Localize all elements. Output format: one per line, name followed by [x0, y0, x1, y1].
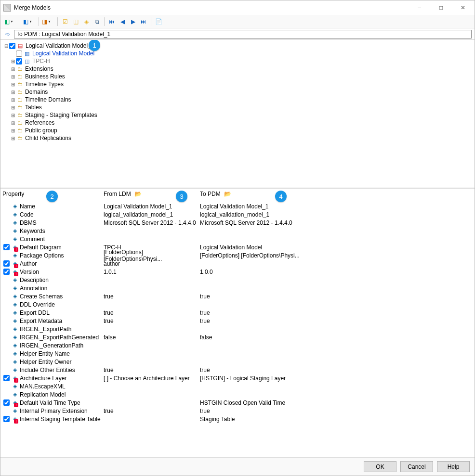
property-row[interactable]: ◈Create Schemastruetrue	[0, 292, 475, 300]
cancel-button[interactable]: Cancel	[400, 461, 433, 472]
tree-checkbox[interactable]	[16, 51, 22, 57]
tree-checkbox[interactable]	[16, 58, 22, 64]
expander-icon[interactable]: ⊞	[10, 90, 16, 95]
property-to-value: logical_validation_model_1	[198, 211, 343, 218]
toolbar-button-doc[interactable]: 📄	[154, 17, 163, 26]
expander-icon[interactable]: ⊞	[10, 59, 16, 64]
property-row[interactable]: ◈IRGEN._ExportPathGeneratedfalsefalse	[0, 333, 475, 341]
property-from-value: true	[102, 367, 198, 373]
property-name: Internal Staging Template Table	[19, 416, 101, 423]
property-checkbox[interactable]	[3, 375, 10, 381]
toolbar-button-6[interactable]: ◈	[82, 17, 91, 26]
tree-item-child-replications[interactable]: ⊞🗀Child Replications	[10, 134, 472, 142]
tree-item-timeline-domains[interactable]: ⊞🗀Timeline Domains	[10, 96, 472, 103]
toolbar-button-4[interactable]: ☑	[61, 17, 69, 26]
property-grid[interactable]: 2 3 4 Property From LDM📂 To PDM📂 ◈NameLo…	[0, 189, 475, 424]
property-row[interactable]: ◈Include Other Entitiestruetrue	[0, 366, 475, 374]
expander-icon[interactable]: ⊞	[10, 128, 16, 133]
property-icon: ◈	[11, 252, 19, 258]
property-icon: ◈	[11, 408, 19, 414]
expander-icon[interactable]: ⊞	[10, 120, 16, 126]
property-row[interactable]: ◈Authorauthor	[0, 259, 475, 268]
tree-item-references[interactable]: ⊞🗀References	[10, 119, 472, 127]
pdm-icon: ▤	[16, 42, 24, 49]
property-row[interactable]: ◈Version1.0.11.0.0	[0, 268, 475, 276]
toolbar-button-3[interactable]: ◨▼	[42, 18, 54, 25]
property-checkbox[interactable]	[3, 244, 10, 250]
property-row[interactable]: ◈NameLogical Validation Model_1Logical V…	[0, 202, 475, 210]
expander-icon[interactable]: ⊞	[10, 82, 16, 87]
minimize-button[interactable]: –	[409, 1, 430, 14]
expander-icon[interactable]: ⊞	[10, 66, 16, 72]
property-row[interactable]: ◈Internal Primary Extensiontruetrue	[0, 407, 475, 415]
tree-root-checkbox[interactable]	[9, 43, 15, 49]
expander-icon[interactable]: ⊞	[10, 74, 16, 79]
property-icon: ◈	[11, 367, 19, 373]
toolbar-button-7[interactable]: ⧉	[92, 17, 101, 26]
nav-next-button[interactable]: ▶	[129, 17, 137, 26]
toolbar-button-2[interactable]: ◧▼	[23, 18, 36, 25]
tree-item-public-group[interactable]: ⊞🗀Public group	[10, 127, 472, 134]
tree-item-domains[interactable]: ⊞🗀Domains	[10, 88, 472, 96]
property-row[interactable]: ◈Architecture Layer[ ] - Choose an Archi…	[0, 374, 475, 382]
toolbar-sep	[39, 17, 39, 26]
tree-item-business-rules[interactable]: ⊞🗀Business Rules	[10, 73, 472, 80]
property-row[interactable]: ◈Export DDLtruetrue	[0, 309, 475, 317]
tree-item-label: Logical Validation Model	[32, 50, 94, 57]
property-icon: ◈	[11, 203, 19, 209]
tree-item-extensions[interactable]: ⊞🗀Extensions	[10, 65, 472, 73]
property-to-value: [FolderOptions] [FolderOptions\Physi...	[198, 252, 343, 259]
property-checkbox[interactable]	[3, 260, 10, 267]
panel-icon[interactable]: 📂	[224, 191, 231, 197]
panel-icon[interactable]: 📂	[135, 191, 142, 197]
property-row[interactable]: ◈Default Valid Time TypeHSTGIN Closed Op…	[0, 399, 475, 407]
titlebar: Merge Models – □ ✕	[0, 0, 475, 15]
property-row[interactable]: ◈Package Options[FolderOptions] [FolderO…	[0, 251, 475, 259]
expander-icon[interactable]: ⊞	[10, 113, 16, 118]
property-row[interactable]: ◈Codelogical_validation_model_1logical_v…	[0, 210, 475, 219]
expander-icon[interactable]: ⊞	[10, 136, 16, 141]
location-input[interactable]	[14, 30, 472, 39]
close-button[interactable]: ✕	[452, 1, 474, 14]
property-row[interactable]: ◈Description	[0, 276, 475, 284]
expander-icon[interactable]: ⊞	[10, 105, 16, 110]
property-row[interactable]: ◈IRGEN._GenerationPath	[0, 341, 475, 349]
property-from-value: Logical Validation Model_1	[102, 203, 198, 210]
property-row[interactable]: ◈Replication Model	[0, 390, 475, 399]
expander-icon[interactable]: ⊟	[3, 43, 9, 49]
tree[interactable]: ⊟ ▤ Logical Validation Model_1 ▥ Logical…	[3, 42, 472, 142]
ok-button[interactable]: OK	[364, 461, 396, 472]
maximize-button[interactable]: □	[430, 1, 452, 14]
property-row[interactable]: ◈MAN.EscapeXML	[0, 382, 475, 390]
tree-item-logical-validation-model[interactable]: ▥ Logical Validation Model	[10, 50, 472, 57]
property-row[interactable]: ◈Comment	[0, 235, 475, 243]
property-from-value: 1.0.1	[102, 269, 198, 275]
property-row[interactable]: ◈Internal Staging Template TableStaging …	[0, 415, 475, 423]
expander-icon[interactable]: ⊞	[10, 97, 16, 103]
property-row[interactable]: ◈Helper Entity Name	[0, 349, 475, 358]
property-checkbox[interactable]	[3, 416, 10, 422]
property-row[interactable]: ◈DBMSMicrosoft SQL Server 2012 - 1.4.4.0…	[0, 219, 475, 227]
property-row[interactable]: ◈Keywords	[0, 227, 475, 235]
property-row[interactable]: ◈Helper Entity Owner	[0, 358, 475, 366]
tree-item-timeline-types[interactable]: ⊞🗀Timeline Types	[10, 80, 472, 88]
property-checkbox[interactable]	[3, 269, 10, 275]
tree-item-staging-templates[interactable]: ⊞🗀Staging - Staging Templates	[10, 111, 472, 119]
property-row[interactable]: ◈IRGEN._ExportPath	[0, 325, 475, 333]
nav-prev-button[interactable]: ◀	[118, 17, 127, 26]
tree-item-tpch[interactable]: ⊞ ◫ TPC-H	[10, 57, 472, 65]
toolbar-button-1[interactable]: ◧▼	[4, 18, 17, 25]
property-row[interactable]: ◈Export Metadatatruetrue	[0, 317, 475, 325]
tree-root[interactable]: ⊟ ▤ Logical Validation Model_1	[3, 42, 472, 50]
property-row[interactable]: ◈DDL Override	[0, 300, 475, 309]
nav-first-button[interactable]: ⏮	[107, 17, 116, 26]
property-checkbox[interactable]	[3, 399, 10, 406]
property-change-icon: ◈	[11, 269, 19, 275]
toolbar-button-5[interactable]: ◫	[71, 17, 80, 26]
property-row[interactable]: ◈Default DiagramTPC-HLogical Validation …	[0, 243, 475, 251]
help-button[interactable]: Help	[437, 461, 470, 472]
nav-last-button[interactable]: ⏭	[139, 17, 148, 26]
tree-item-tables[interactable]: ⊞🗀Tables	[10, 103, 472, 111]
property-row[interactable]: ◈Annotation	[0, 284, 475, 292]
property-to-value: [HSTGIN] - Logical Staging Layer	[198, 375, 343, 382]
